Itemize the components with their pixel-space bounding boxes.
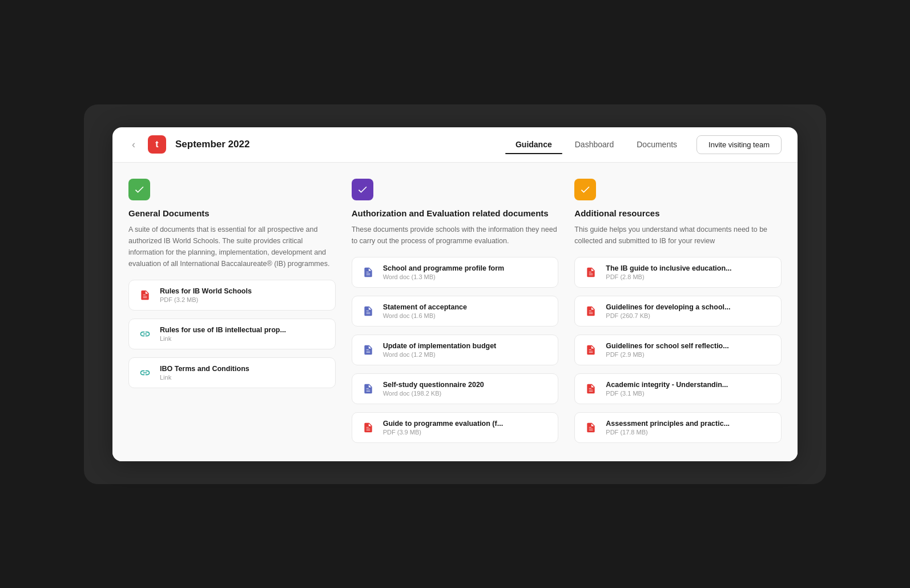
doc-meta: PDF (17.8 MB) [606, 429, 730, 436]
link-icon [137, 365, 153, 381]
doc-name: Rules for use of IB intellectual prop... [160, 326, 286, 334]
doc-item[interactable]: IBO Terms and Conditions Link [128, 357, 336, 388]
doc-item[interactable]: Rules for use of IB intellectual prop...… [128, 319, 336, 349]
tab-dashboard[interactable]: Dashboard [565, 135, 625, 154]
authorization-header: Authorization and Evaluation related doc… [352, 179, 559, 249]
doc-info: School and programme profile form Word d… [383, 264, 505, 280]
main-content: General Documents A suite of documents t… [112, 163, 798, 461]
doc-name: The IB guide to inclusive education... [606, 264, 731, 272]
pdf-icon [583, 342, 599, 358]
doc-info: Rules for use of IB intellectual prop...… [160, 326, 286, 342]
doc-info: Update of implementation budget Word doc… [383, 342, 497, 358]
general-documents-section: General Documents A suite of documents t… [128, 179, 336, 443]
general-icon [128, 179, 150, 200]
doc-name: Guidelines for school self reflectio... [606, 342, 728, 350]
doc-item[interactable]: School and programme profile form Word d… [352, 257, 559, 288]
doc-info: Academic integrity - Understandin... PDF… [606, 381, 728, 397]
app-logo: t [148, 135, 166, 154]
doc-info: IBO Terms and Conditions Link [160, 365, 249, 381]
doc-name: Assessment principles and practic... [606, 420, 730, 428]
doc-info: Assessment principles and practic... PDF… [606, 420, 730, 436]
doc-item[interactable]: Guidelines for school self reflectio... … [574, 335, 782, 365]
tab-guidance[interactable]: Guidance [505, 135, 562, 154]
doc-name: Rules for IB World Schools [160, 287, 252, 295]
back-button[interactable]: ‹ [128, 138, 139, 152]
doc-icon [360, 342, 376, 358]
header: ‹ t September 2022 Guidance Dashboard Do… [112, 127, 798, 163]
doc-meta: PDF (260.7 KB) [606, 312, 730, 319]
general-header: General Documents A suite of documents t… [128, 179, 336, 272]
pdf-icon [137, 287, 153, 303]
authorization-title: Authorization and Evaluation related doc… [352, 207, 559, 219]
doc-name: Guidelines for developing a school... [606, 303, 730, 311]
app-title: September 2022 [175, 139, 249, 150]
doc-meta: PDF (3.9 MB) [383, 429, 503, 436]
pdf-icon [583, 303, 599, 319]
additional-desc: This guide helps you understand what doc… [574, 224, 782, 247]
app-window: ‹ t September 2022 Guidance Dashboard Do… [112, 127, 798, 461]
doc-name: Update of implementation budget [383, 342, 497, 350]
pdf-icon [583, 420, 599, 436]
doc-meta: PDF (3.2 MB) [160, 296, 252, 303]
doc-meta: PDF (2.8 MB) [606, 273, 731, 280]
general-desc: A suite of documents that is essential f… [128, 224, 336, 269]
doc-name: Academic integrity - Understandin... [606, 381, 728, 389]
authorization-section: Authorization and Evaluation related doc… [352, 179, 559, 443]
doc-icon [360, 303, 376, 319]
doc-item[interactable]: Guidelines for developing a school... PD… [574, 296, 782, 327]
authorization-icon [352, 179, 373, 200]
additional-header: Additional resources This guide helps yo… [574, 179, 782, 249]
columns-grid: General Documents A suite of documents t… [128, 179, 782, 443]
doc-meta: Word doc (1.6 MB) [383, 312, 467, 319]
doc-item[interactable]: Assessment principles and practic... PDF… [574, 412, 782, 443]
authorization-desc: These documents provide schools with the… [352, 224, 559, 247]
outer-frame: ‹ t September 2022 Guidance Dashboard Do… [84, 104, 826, 484]
doc-item[interactable]: Self-study questionnaire 2020 Word doc (… [352, 373, 559, 404]
additional-icon [574, 179, 596, 200]
pdf-icon [583, 264, 599, 280]
doc-info: Self-study questionnaire 2020 Word doc (… [383, 381, 484, 397]
pdf-icon [583, 381, 599, 397]
doc-name: IBO Terms and Conditions [160, 365, 249, 373]
doc-icon [360, 381, 376, 397]
doc-meta: PDF (3.1 MB) [606, 390, 728, 397]
additional-resources-section: Additional resources This guide helps yo… [574, 179, 782, 443]
doc-name: Statement of acceptance [383, 303, 467, 311]
tab-documents[interactable]: Documents [626, 135, 687, 154]
doc-info: Statement of acceptance Word doc (1.6 MB… [383, 303, 467, 319]
doc-info: Guidelines for school self reflectio... … [606, 342, 728, 358]
additional-title: Additional resources [574, 207, 782, 219]
doc-name: Guide to programme evaluation (f... [383, 420, 503, 428]
doc-meta: PDF (2.9 MB) [606, 351, 728, 358]
doc-item[interactable]: Guide to programme evaluation (f... PDF … [352, 412, 559, 443]
doc-meta: Link [160, 374, 249, 381]
doc-item[interactable]: Rules for IB World Schools PDF (3.2 MB) [128, 280, 336, 311]
doc-item[interactable]: Academic integrity - Understandin... PDF… [574, 373, 782, 404]
doc-name: School and programme profile form [383, 264, 505, 272]
doc-item[interactable]: The IB guide to inclusive education... P… [574, 257, 782, 288]
doc-meta: Word doc (1.3 MB) [383, 273, 505, 280]
doc-item[interactable]: Update of implementation budget Word doc… [352, 335, 559, 365]
doc-item[interactable]: Statement of acceptance Word doc (1.6 MB… [352, 296, 559, 327]
doc-icon [360, 264, 376, 280]
doc-meta: Link [160, 335, 286, 342]
link-icon [137, 326, 153, 342]
general-title: General Documents [128, 207, 336, 219]
doc-name: Self-study questionnaire 2020 [383, 381, 484, 389]
doc-info: Guidelines for developing a school... PD… [606, 303, 730, 319]
doc-info: Rules for IB World Schools PDF (3.2 MB) [160, 287, 252, 303]
doc-meta: Word doc (1.2 MB) [383, 351, 497, 358]
invite-visiting-team-button[interactable]: Invite visiting team [696, 135, 782, 154]
nav-tabs: Guidance Dashboard Documents [505, 135, 687, 154]
doc-meta: Word doc (198.2 KB) [383, 390, 484, 397]
doc-info: Guide to programme evaluation (f... PDF … [383, 420, 503, 436]
doc-info: The IB guide to inclusive education... P… [606, 264, 731, 280]
pdf-icon [360, 420, 376, 436]
